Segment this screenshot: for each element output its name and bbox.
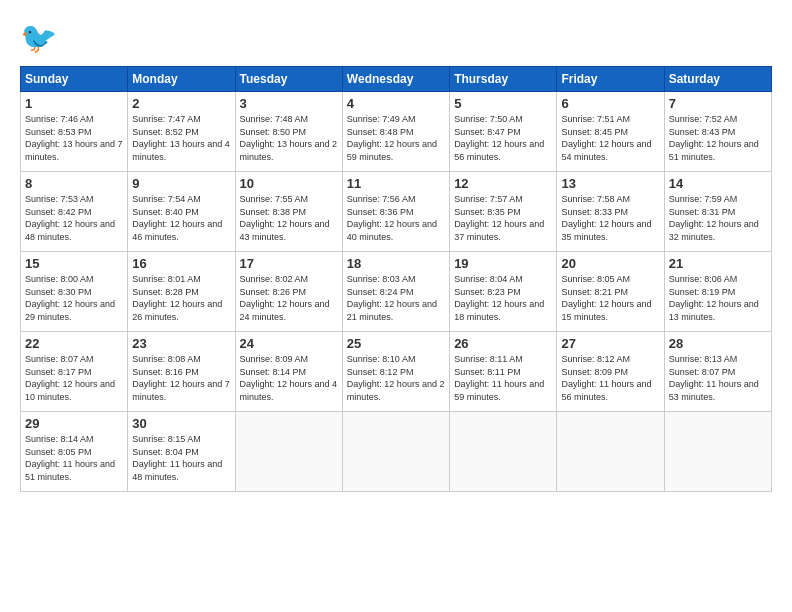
day-number: 2	[132, 96, 230, 111]
calendar-cell: 10Sunrise: 7:55 AMSunset: 8:38 PMDayligh…	[235, 172, 342, 252]
day-number: 26	[454, 336, 552, 351]
day-number: 6	[561, 96, 659, 111]
day-info: Sunrise: 8:04 AMSunset: 8:23 PMDaylight:…	[454, 273, 552, 323]
weekday-header-wednesday: Wednesday	[342, 67, 449, 92]
day-number: 1	[25, 96, 123, 111]
day-info: Sunrise: 7:54 AMSunset: 8:40 PMDaylight:…	[132, 193, 230, 243]
day-info: Sunrise: 8:00 AMSunset: 8:30 PMDaylight:…	[25, 273, 123, 323]
day-info: Sunrise: 7:46 AMSunset: 8:53 PMDaylight:…	[25, 113, 123, 163]
calendar-cell: 3Sunrise: 7:48 AMSunset: 8:50 PMDaylight…	[235, 92, 342, 172]
calendar-cell: 7Sunrise: 7:52 AMSunset: 8:43 PMDaylight…	[664, 92, 771, 172]
logo: 🐦	[20, 18, 62, 54]
calendar-cell: 15Sunrise: 8:00 AMSunset: 8:30 PMDayligh…	[21, 252, 128, 332]
calendar-cell: 2Sunrise: 7:47 AMSunset: 8:52 PMDaylight…	[128, 92, 235, 172]
logo-icon: 🐦	[20, 18, 56, 54]
day-number: 11	[347, 176, 445, 191]
calendar-cell: 19Sunrise: 8:04 AMSunset: 8:23 PMDayligh…	[450, 252, 557, 332]
day-info: Sunrise: 8:12 AMSunset: 8:09 PMDaylight:…	[561, 353, 659, 403]
calendar-cell	[557, 412, 664, 492]
day-info: Sunrise: 8:13 AMSunset: 8:07 PMDaylight:…	[669, 353, 767, 403]
calendar-cell	[342, 412, 449, 492]
calendar-cell: 24Sunrise: 8:09 AMSunset: 8:14 PMDayligh…	[235, 332, 342, 412]
day-number: 27	[561, 336, 659, 351]
weekday-header-saturday: Saturday	[664, 67, 771, 92]
day-number: 21	[669, 256, 767, 271]
weekday-header-thursday: Thursday	[450, 67, 557, 92]
day-number: 5	[454, 96, 552, 111]
calendar-cell: 21Sunrise: 8:06 AMSunset: 8:19 PMDayligh…	[664, 252, 771, 332]
calendar-cell: 22Sunrise: 8:07 AMSunset: 8:17 PMDayligh…	[21, 332, 128, 412]
day-number: 8	[25, 176, 123, 191]
day-info: Sunrise: 8:15 AMSunset: 8:04 PMDaylight:…	[132, 433, 230, 483]
day-info: Sunrise: 8:08 AMSunset: 8:16 PMDaylight:…	[132, 353, 230, 403]
day-info: Sunrise: 7:56 AMSunset: 8:36 PMDaylight:…	[347, 193, 445, 243]
calendar-cell: 1Sunrise: 7:46 AMSunset: 8:53 PMDaylight…	[21, 92, 128, 172]
day-info: Sunrise: 8:07 AMSunset: 8:17 PMDaylight:…	[25, 353, 123, 403]
day-info: Sunrise: 7:47 AMSunset: 8:52 PMDaylight:…	[132, 113, 230, 163]
day-number: 29	[25, 416, 123, 431]
day-info: Sunrise: 8:14 AMSunset: 8:05 PMDaylight:…	[25, 433, 123, 483]
day-number: 22	[25, 336, 123, 351]
day-number: 14	[669, 176, 767, 191]
day-info: Sunrise: 8:03 AMSunset: 8:24 PMDaylight:…	[347, 273, 445, 323]
day-number: 19	[454, 256, 552, 271]
svg-text:🐦: 🐦	[20, 20, 56, 54]
day-info: Sunrise: 8:11 AMSunset: 8:11 PMDaylight:…	[454, 353, 552, 403]
page: 🐦 SundayMondayTuesdayWednesdayThursdayFr…	[0, 0, 792, 502]
day-number: 16	[132, 256, 230, 271]
day-number: 28	[669, 336, 767, 351]
calendar-cell: 28Sunrise: 8:13 AMSunset: 8:07 PMDayligh…	[664, 332, 771, 412]
day-number: 17	[240, 256, 338, 271]
calendar-cell	[664, 412, 771, 492]
calendar-cell: 8Sunrise: 7:53 AMSunset: 8:42 PMDaylight…	[21, 172, 128, 252]
day-number: 30	[132, 416, 230, 431]
calendar-cell: 4Sunrise: 7:49 AMSunset: 8:48 PMDaylight…	[342, 92, 449, 172]
day-number: 9	[132, 176, 230, 191]
calendar-cell	[450, 412, 557, 492]
calendar-cell: 26Sunrise: 8:11 AMSunset: 8:11 PMDayligh…	[450, 332, 557, 412]
calendar-cell: 5Sunrise: 7:50 AMSunset: 8:47 PMDaylight…	[450, 92, 557, 172]
calendar-cell	[235, 412, 342, 492]
calendar-table: SundayMondayTuesdayWednesdayThursdayFrid…	[20, 66, 772, 492]
day-number: 13	[561, 176, 659, 191]
day-info: Sunrise: 7:48 AMSunset: 8:50 PMDaylight:…	[240, 113, 338, 163]
calendar-cell: 11Sunrise: 7:56 AMSunset: 8:36 PMDayligh…	[342, 172, 449, 252]
day-info: Sunrise: 8:02 AMSunset: 8:26 PMDaylight:…	[240, 273, 338, 323]
day-info: Sunrise: 7:52 AMSunset: 8:43 PMDaylight:…	[669, 113, 767, 163]
header: 🐦	[20, 18, 772, 54]
calendar-cell: 6Sunrise: 7:51 AMSunset: 8:45 PMDaylight…	[557, 92, 664, 172]
day-info: Sunrise: 8:06 AMSunset: 8:19 PMDaylight:…	[669, 273, 767, 323]
day-info: Sunrise: 8:05 AMSunset: 8:21 PMDaylight:…	[561, 273, 659, 323]
day-info: Sunrise: 7:49 AMSunset: 8:48 PMDaylight:…	[347, 113, 445, 163]
calendar-cell: 18Sunrise: 8:03 AMSunset: 8:24 PMDayligh…	[342, 252, 449, 332]
day-info: Sunrise: 7:53 AMSunset: 8:42 PMDaylight:…	[25, 193, 123, 243]
weekday-header-friday: Friday	[557, 67, 664, 92]
day-number: 25	[347, 336, 445, 351]
calendar-cell: 17Sunrise: 8:02 AMSunset: 8:26 PMDayligh…	[235, 252, 342, 332]
day-number: 15	[25, 256, 123, 271]
day-number: 3	[240, 96, 338, 111]
calendar-cell: 16Sunrise: 8:01 AMSunset: 8:28 PMDayligh…	[128, 252, 235, 332]
day-info: Sunrise: 8:09 AMSunset: 8:14 PMDaylight:…	[240, 353, 338, 403]
calendar-cell: 12Sunrise: 7:57 AMSunset: 8:35 PMDayligh…	[450, 172, 557, 252]
calendar-cell: 27Sunrise: 8:12 AMSunset: 8:09 PMDayligh…	[557, 332, 664, 412]
day-info: Sunrise: 7:59 AMSunset: 8:31 PMDaylight:…	[669, 193, 767, 243]
calendar-cell: 25Sunrise: 8:10 AMSunset: 8:12 PMDayligh…	[342, 332, 449, 412]
day-number: 4	[347, 96, 445, 111]
day-info: Sunrise: 7:58 AMSunset: 8:33 PMDaylight:…	[561, 193, 659, 243]
calendar-cell: 23Sunrise: 8:08 AMSunset: 8:16 PMDayligh…	[128, 332, 235, 412]
day-number: 24	[240, 336, 338, 351]
calendar-cell: 30Sunrise: 8:15 AMSunset: 8:04 PMDayligh…	[128, 412, 235, 492]
day-info: Sunrise: 7:50 AMSunset: 8:47 PMDaylight:…	[454, 113, 552, 163]
day-info: Sunrise: 8:01 AMSunset: 8:28 PMDaylight:…	[132, 273, 230, 323]
calendar-cell: 14Sunrise: 7:59 AMSunset: 8:31 PMDayligh…	[664, 172, 771, 252]
day-info: Sunrise: 7:57 AMSunset: 8:35 PMDaylight:…	[454, 193, 552, 243]
day-info: Sunrise: 8:10 AMSunset: 8:12 PMDaylight:…	[347, 353, 445, 403]
calendar-cell: 13Sunrise: 7:58 AMSunset: 8:33 PMDayligh…	[557, 172, 664, 252]
weekday-header-tuesday: Tuesday	[235, 67, 342, 92]
day-number: 20	[561, 256, 659, 271]
day-number: 12	[454, 176, 552, 191]
day-number: 7	[669, 96, 767, 111]
day-number: 23	[132, 336, 230, 351]
calendar-cell: 29Sunrise: 8:14 AMSunset: 8:05 PMDayligh…	[21, 412, 128, 492]
